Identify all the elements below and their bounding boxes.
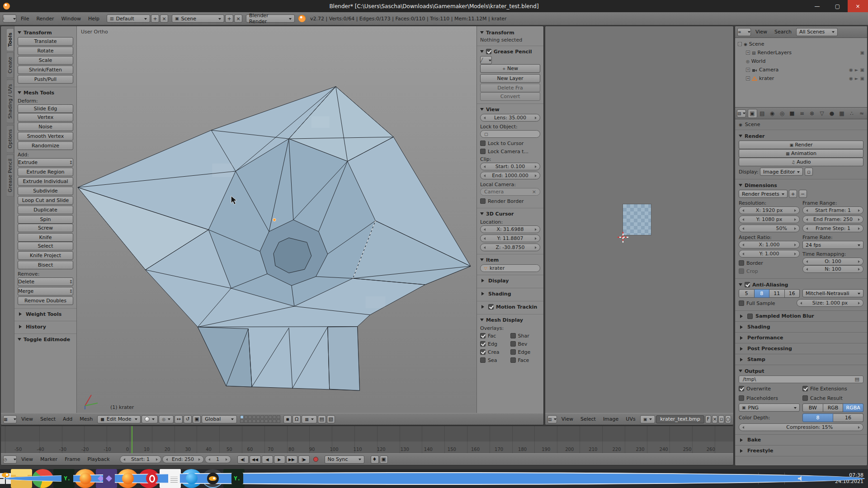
delete-scene-button[interactable] bbox=[234, 14, 242, 23]
crop-checkbox[interactable] bbox=[739, 268, 744, 274]
overlay-checkbox[interactable] bbox=[510, 349, 516, 355]
output-checkbox[interactable] bbox=[739, 395, 744, 401]
outliner-row-camera[interactable]: + Camera bbox=[738, 66, 864, 74]
overlay-row[interactable]: Face bbox=[510, 356, 541, 364]
output-checkbox[interactable] bbox=[739, 386, 744, 391]
uv-menu-item[interactable]: Image bbox=[599, 416, 622, 422]
tab-render-icon[interactable]: ▣ bbox=[748, 109, 757, 118]
render-border-checkbox[interactable] bbox=[480, 198, 486, 204]
mesh-tools-panel-header[interactable]: Mesh Tools bbox=[18, 88, 73, 97]
collapsed-panel[interactable]: Shading bbox=[735, 322, 867, 333]
resolution-y-field[interactable]: Y: 1080 px bbox=[739, 216, 800, 223]
lock-camera-checkbox[interactable] bbox=[480, 149, 486, 154]
transform-tool-button[interactable]: Shrink/Fatten bbox=[18, 66, 73, 74]
outliner-row-renderlayers[interactable]: + RenderLayers bbox=[738, 48, 864, 57]
overlay-row[interactable]: Shar bbox=[510, 332, 541, 340]
uv-select-mode-icon[interactable] bbox=[725, 415, 731, 423]
minimize-button[interactable]: — bbox=[807, 0, 827, 12]
transform-tool-button[interactable]: Scale bbox=[18, 56, 73, 65]
knife-select-button[interactable]: Select bbox=[18, 242, 73, 250]
resolution-percent-slider[interactable]: 50% bbox=[739, 225, 800, 232]
add-tool-button[interactable]: Knife Project bbox=[18, 251, 73, 260]
remap-new-field[interactable]: N: 100 bbox=[802, 265, 863, 273]
frame-end-field[interactable]: End: 250 bbox=[162, 455, 204, 463]
display-dropdown[interactable]: Image Editor bbox=[760, 168, 803, 176]
editor-type-3d-button[interactable] bbox=[3, 415, 17, 423]
viewport-shading-dropdown[interactable] bbox=[142, 415, 158, 423]
uv-canvas[interactable] bbox=[545, 26, 733, 413]
maximize-button[interactable]: ▢ bbox=[827, 0, 848, 12]
border-checkbox[interactable] bbox=[739, 260, 744, 266]
outliner-menu-item[interactable]: View bbox=[752, 29, 771, 35]
display-panel-header[interactable]: Display bbox=[480, 276, 540, 285]
editor-type-info-button[interactable] bbox=[3, 14, 16, 23]
aspect-y-field[interactable]: Y: 1.000 bbox=[739, 250, 800, 258]
cursor-x-field[interactable]: X: 31.6988 bbox=[480, 225, 540, 233]
collapsed-panel[interactable]: Post Processing bbox=[735, 343, 867, 354]
output-panel-header[interactable]: Output bbox=[739, 366, 863, 375]
menu-item[interactable]: Window bbox=[58, 16, 85, 22]
tab-physics-icon[interactable]: ≈ bbox=[857, 109, 867, 118]
end-frame-field[interactable]: End Frame: 250 bbox=[802, 216, 863, 223]
knife-button[interactable]: Knife bbox=[18, 233, 73, 242]
uv-menu-item[interactable]: Select bbox=[577, 416, 599, 422]
frame-step-field[interactable]: Frame Step: 1 bbox=[802, 225, 863, 232]
output-path-field[interactable]: /tmp\ bbox=[739, 375, 863, 383]
view3d-menu-item[interactable]: Mesh bbox=[76, 416, 96, 422]
timeline-menu-item[interactable]: Playback bbox=[84, 456, 113, 462]
view3d-menu-item[interactable]: View bbox=[18, 416, 37, 422]
animation-button[interactable]: Animation bbox=[739, 149, 863, 158]
grease-pencil-checkbox[interactable] bbox=[486, 49, 491, 54]
output-check-row[interactable]: Overwrite bbox=[739, 385, 800, 393]
mesh-display-header[interactable]: Mesh Display bbox=[480, 315, 540, 324]
spin-button[interactable]: Spin bbox=[18, 215, 73, 224]
snap-magnet-icon[interactable] bbox=[292, 415, 301, 423]
outliner-row-scene[interactable]: − Scene bbox=[738, 40, 864, 48]
snap-element-dropdown[interactable] bbox=[302, 415, 317, 423]
editor-type-uv-button[interactable] bbox=[547, 415, 557, 423]
visibility-eye-icon[interactable] bbox=[849, 76, 853, 81]
delete-menu-button[interactable]: Delete bbox=[18, 277, 73, 286]
sync-mode-dropdown[interactable]: No Sync bbox=[325, 455, 364, 464]
aa-filter-dropdown[interactable]: Mitchell-Netravali bbox=[802, 289, 863, 297]
renderability-icon[interactable] bbox=[860, 76, 864, 81]
history-panel-header[interactable]: History bbox=[18, 322, 73, 331]
folder-icon[interactable] bbox=[855, 376, 859, 382]
color-depth-button[interactable]: 16 bbox=[833, 413, 863, 422]
menu-item[interactable]: Render bbox=[33, 16, 57, 22]
collapsed-panel[interactable]: Performance bbox=[735, 333, 867, 343]
overlay-checkbox[interactable] bbox=[510, 333, 516, 338]
channel-button[interactable]: RGBA bbox=[843, 404, 863, 412]
tab-render-layers-icon[interactable]: ▤ bbox=[758, 109, 767, 118]
output-checkbox[interactable] bbox=[802, 386, 808, 391]
timeline-menu-item[interactable]: View bbox=[18, 456, 37, 462]
deform-tool-button[interactable]: Smooth Vertex bbox=[18, 132, 73, 141]
prev-keyframe-button[interactable] bbox=[250, 455, 261, 464]
object-name-field[interactable]: krater bbox=[480, 264, 540, 272]
render-opengl-anim-icon[interactable] bbox=[327, 415, 335, 423]
purple-app-icon[interactable] bbox=[96, 469, 117, 488]
screen-layout-dropdown[interactable]: Default bbox=[107, 14, 150, 23]
tool-shelf-tab[interactable]: Options bbox=[7, 125, 14, 153]
overlay-row[interactable]: Edg bbox=[480, 340, 510, 348]
selectability-icon[interactable] bbox=[855, 67, 859, 72]
render-border-row[interactable]: Render Border bbox=[480, 197, 540, 205]
output-check-row[interactable]: Cache Result bbox=[802, 394, 863, 402]
cursor-z-field[interactable]: Z: -30.8750 bbox=[480, 244, 540, 251]
transform-panel-header[interactable]: Transform bbox=[18, 28, 73, 37]
resolution-x-field[interactable]: X: 1920 px bbox=[739, 206, 800, 214]
expand-box-icon[interactable]: + bbox=[746, 68, 750, 72]
keying-set-icon[interactable] bbox=[371, 455, 379, 464]
timeline-menu-item[interactable]: Frame bbox=[61, 456, 84, 462]
expand-box-icon[interactable]: + bbox=[746, 51, 750, 55]
chrome-icon[interactable] bbox=[32, 469, 53, 488]
slide-edge-button[interactable]: Slide Edg bbox=[18, 104, 73, 113]
output-check-row[interactable]: Placeholders bbox=[739, 394, 800, 402]
current-frame-field[interactable]: 1 bbox=[205, 455, 231, 463]
collapsed-panel[interactable]: Stamp bbox=[735, 354, 867, 365]
render-button[interactable]: Render bbox=[739, 141, 863, 149]
overlay-row[interactable]: Fac bbox=[480, 332, 510, 340]
toggle-editmode-header[interactable]: Toggle Editmode bbox=[18, 335, 73, 344]
layers-widget[interactable] bbox=[240, 415, 280, 423]
manipulator-translate-icon[interactable] bbox=[175, 415, 183, 423]
